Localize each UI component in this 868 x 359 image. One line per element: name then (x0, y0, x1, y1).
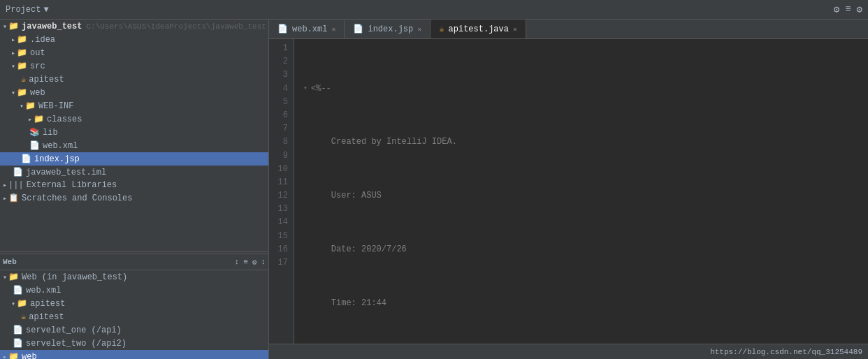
tab-close-icon[interactable]: ✕ (513, 25, 517, 34)
tab-index-jsp[interactable]: 📄 index.jsp ✕ (345, 20, 431, 38)
sidebar-item-web-b[interactable]: ▸ 📁 web (0, 350, 268, 359)
settings-icon[interactable]: ⚙ (252, 258, 257, 267)
settings-icon[interactable]: ⚙ (857, 3, 862, 15)
status-url: https://blog.csdn.net/qq_31254489 (710, 348, 862, 356)
code-content[interactable]: ▾ <%-- Created by IntelliJ IDEA. User: A… (294, 39, 868, 344)
sidebar-item-scratches[interactable]: ▸ 📋 Scratches and Consoles (0, 191, 268, 205)
item-label: index.jsp (34, 154, 80, 164)
item-label: lib (43, 128, 58, 138)
sidebar-item-web[interactable]: ▾ 📁 web (0, 86, 268, 99)
project-tree-section: ▾ 📁 javaweb_test C:\Users\ASUS\IdeaProje… (0, 20, 268, 250)
project-menu[interactable]: Project ▼ (6, 5, 49, 15)
iml-icon: 📄 (13, 167, 23, 177)
scratches-icon: 📋 (8, 193, 19, 203)
expand-arrow: ▾ (11, 300, 15, 308)
sidebar-item-servelet-two[interactable]: 📄 servelet_two (/api2) (0, 337, 268, 350)
item-label: web.xml (43, 141, 78, 151)
folder-icon: 📁 (8, 21, 19, 31)
sidebar-item-apitest[interactable]: ☕ apitest (0, 73, 268, 86)
sidebar-item-web-root[interactable]: ▾ 📁 Web (in javaweb_test) (0, 270, 268, 284)
sidebar-item-classes[interactable]: ▸ 📁 classes (0, 112, 268, 126)
expand-arrow: ▾ (11, 89, 15, 97)
tab-close-icon[interactable]: ✕ (331, 25, 335, 34)
item-label: web (30, 88, 45, 98)
xml-icon: 📄 (13, 285, 23, 295)
servlet-icon: 📄 (13, 325, 23, 335)
project-label-text: Project (6, 5, 41, 15)
item-label: javaweb_test.iml (26, 168, 106, 177)
sidebar-item-apitest-b[interactable]: ▾ 📁 apitest (0, 297, 268, 310)
sidebar-item-servelet-one[interactable]: 📄 servelet_one (/api) (0, 323, 268, 337)
sidebar-item-iml[interactable]: 📄 javaweb_test.iml (0, 166, 268, 179)
folder-icon: 📁 (8, 272, 19, 282)
fold-gutter[interactable]: ▾ (300, 83, 311, 94)
project-root-name: javaweb_test (22, 22, 82, 31)
jsp-icon: 📄 (21, 154, 31, 164)
sidebar-item-index-jsp[interactable]: 📄 index.jsp (0, 152, 268, 166)
code-line: ▾ <%-- (300, 82, 862, 96)
code-token: Date: 2020/7/26 (311, 243, 407, 256)
folder-icon: 📁 (8, 351, 19, 359)
expand-arrow: ▸ (3, 194, 7, 203)
item-label: apitest (29, 312, 64, 322)
expand-arrow: ▸ (3, 353, 7, 360)
ext-libs-icon: ||| (8, 180, 24, 190)
expand-arrow: ▾ (20, 102, 24, 110)
expand-arrow: ▾ (3, 273, 7, 281)
sort-icon[interactable]: ↕ (235, 258, 240, 267)
item-label: .idea (30, 35, 55, 45)
status-bar: https://blog.csdn.net/qq_31254489 (269, 344, 868, 359)
editor-area: 📄 web.xml ✕ 📄 index.jsp ✕ ☕ apitest.java… (269, 20, 868, 359)
lib-icon: 📚 (29, 127, 40, 138)
sidebar-item-apitest-c-b[interactable]: ☕ apitest (0, 310, 268, 323)
fold-gutter (300, 137, 311, 148)
menu-icon[interactable]: ≡ (845, 3, 851, 15)
web-toolbar: Web ↕ ≡ ⚙ ↕ (0, 254, 268, 270)
tab-label: apitest.java (449, 24, 509, 34)
sidebar-item-idea[interactable]: ▸ 📁 .idea (0, 33, 268, 46)
java-tab-icon: ☕ (439, 24, 444, 34)
web-tree-section: ▾ 📁 Web (in javaweb_test) 📄 web.xml ▾ 📁 … (0, 270, 268, 359)
project-root[interactable]: ▾ 📁 javaweb_test C:\Users\ASUS\IdeaProje… (0, 20, 268, 33)
code-editor[interactable]: 1 2 3 4 5 6 7 8 9 10 11 12 13 14 15 16 1… (269, 39, 868, 344)
tab-label: web.xml (292, 24, 327, 34)
item-label: web.xml (26, 286, 61, 295)
filter-icon[interactable]: ≡ (243, 258, 248, 267)
project-root-path: C:\Users\ASUS\IdeaProjects\javaweb_test (86, 22, 266, 31)
line-numbers: 1 2 3 4 5 6 7 8 9 10 11 12 13 14 15 16 1… (269, 39, 294, 344)
item-label: servelet_one (/api) (26, 325, 122, 335)
tab-label: index.jsp (368, 24, 413, 34)
expand-arrow: ▸ (11, 36, 15, 44)
sidebar-item-web-inf[interactable]: ▾ 📁 WEB-INF (0, 99, 268, 112)
sidebar-item-web-xml-b[interactable]: 📄 web.xml (0, 284, 268, 297)
expand-arrow: ▾ (11, 62, 15, 71)
sidebar-item-src[interactable]: ▾ 📁 src (0, 59, 268, 73)
jsp-tab-icon: 📄 (353, 24, 363, 34)
code-line: User: ASUS (300, 189, 862, 203)
fold-gutter (300, 298, 311, 309)
tab-web-xml[interactable]: 📄 web.xml ✕ (269, 20, 345, 38)
tab-apitest-java[interactable]: ☕ apitest.java ✕ (431, 20, 526, 38)
folder-icon: 📁 (17, 47, 27, 58)
tab-bar: 📄 web.xml ✕ 📄 index.jsp ✕ ☕ apitest.java… (269, 20, 868, 39)
folder-icon: 📁 (17, 87, 27, 98)
top-bar: Project ▼ ⚙ ≡ ⚙ (0, 0, 868, 20)
code-line: Created by IntelliJ IDEA. (300, 135, 862, 149)
folder-icon: 📁 (17, 61, 27, 71)
expand-icon[interactable]: ↕ (261, 258, 266, 267)
gear-icon[interactable]: ⚙ (834, 3, 839, 15)
item-label: web (22, 352, 37, 360)
sidebar-item-lib[interactable]: 📚 lib (0, 126, 268, 139)
fold-gutter (300, 191, 311, 202)
sidebar-divider (0, 251, 268, 252)
dropdown-arrow: ▼ (43, 5, 48, 15)
xml-icon: 📄 (29, 140, 40, 151)
fold-gutter (300, 244, 311, 255)
sidebar-item-web-xml[interactable]: 📄 web.xml (0, 139, 268, 152)
sidebar-item-out[interactable]: ▸ 📁 out (0, 46, 268, 59)
tab-close-icon[interactable]: ✕ (417, 25, 421, 34)
top-toolbar: ⚙ ≡ ⚙ (834, 3, 862, 15)
item-label: apitest (29, 75, 64, 85)
code-line: Time: 21:44 (300, 297, 862, 310)
sidebar-item-ext-libs[interactable]: ▸ ||| External Libraries (0, 179, 268, 191)
